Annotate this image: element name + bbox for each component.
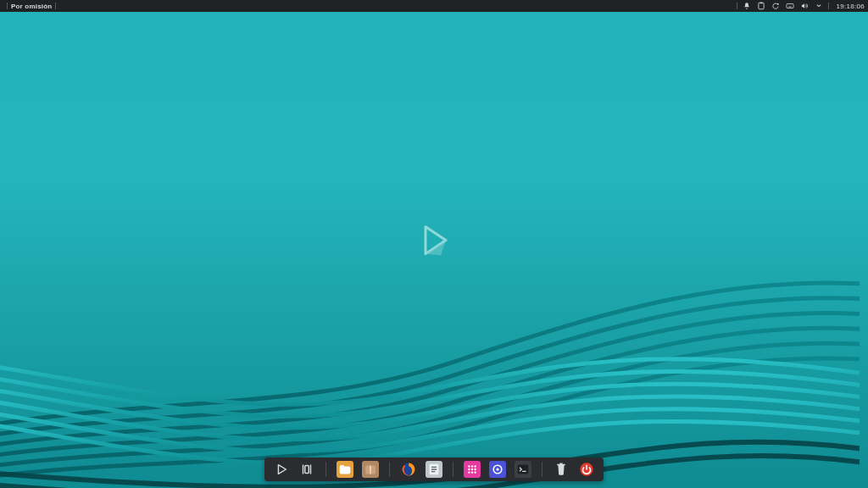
clock[interactable]: 19:18:06 xyxy=(836,3,865,10)
svg-marker-5 xyxy=(278,465,286,474)
svg-point-19 xyxy=(474,471,476,473)
keyboard-icon[interactable] xyxy=(786,2,794,10)
terminal-icon[interactable] xyxy=(515,461,531,478)
dock-separator xyxy=(453,462,453,477)
svg-rect-3 xyxy=(760,3,763,4)
svg-point-18 xyxy=(471,471,473,473)
settings-app-icon[interactable] xyxy=(489,461,506,478)
panel-separator xyxy=(7,3,8,9)
workspaces-icon[interactable] xyxy=(298,461,315,478)
svg-point-16 xyxy=(474,469,476,470)
svg-rect-23 xyxy=(557,464,565,466)
desktop-wallpaper xyxy=(0,0,868,488)
svg-rect-22 xyxy=(518,465,529,474)
media-app-icon[interactable] xyxy=(464,461,481,478)
svg-rect-24 xyxy=(559,463,563,463)
dock xyxy=(264,458,604,481)
svg-rect-2 xyxy=(759,3,764,9)
svg-rect-4 xyxy=(787,4,793,8)
file-manager-icon[interactable] xyxy=(337,461,353,478)
svg-point-11 xyxy=(468,465,470,467)
top-panel: Por omisión 19:18:06 xyxy=(0,0,868,12)
text-editor-icon[interactable] xyxy=(426,461,442,478)
panel-separator xyxy=(55,3,56,9)
svg-point-17 xyxy=(468,471,470,473)
svg-rect-8 xyxy=(370,466,371,474)
svg-point-21 xyxy=(496,468,498,470)
updates-icon[interactable] xyxy=(771,2,780,10)
power-icon[interactable] xyxy=(578,461,595,478)
svg-point-15 xyxy=(471,469,473,470)
clipboard-icon[interactable] xyxy=(757,2,765,10)
package-icon[interactable] xyxy=(362,461,379,478)
workspace-label[interactable]: Por omisión xyxy=(11,3,52,10)
dock-separator xyxy=(389,462,390,477)
notifications-icon[interactable] xyxy=(743,2,751,10)
trash-icon[interactable] xyxy=(553,461,570,478)
panel-separator xyxy=(737,3,737,9)
svg-point-14 xyxy=(468,469,470,470)
dock-separator xyxy=(326,462,326,477)
svg-point-12 xyxy=(471,465,473,467)
volume-icon[interactable] xyxy=(800,2,809,10)
svg-rect-6 xyxy=(305,466,309,474)
dock-separator xyxy=(542,462,542,477)
system-tray xyxy=(743,2,823,10)
svg-point-13 xyxy=(474,465,476,467)
expand-icon[interactable] xyxy=(815,2,823,10)
panel-separator xyxy=(828,3,829,9)
firefox-icon[interactable] xyxy=(400,461,417,478)
launcher-icon[interactable] xyxy=(273,461,290,478)
